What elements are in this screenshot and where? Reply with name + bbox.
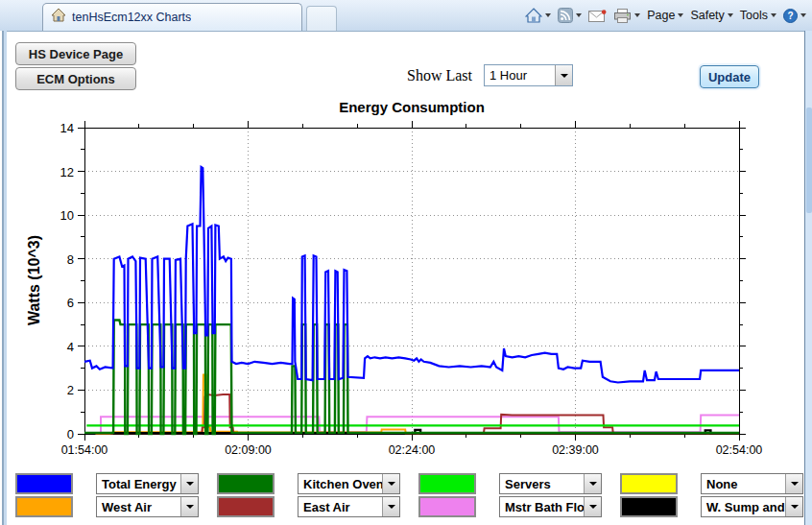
mail-icon	[588, 10, 607, 22]
browser-tab-bar: tenHsEcm12xx Charts	[0, 0, 812, 32]
chevron-down-icon	[388, 505, 395, 509]
dropdown-arrow-button[interactable]	[382, 497, 399, 516]
svg-text:02:54:00: 02:54:00	[716, 443, 763, 457]
legend-swatch-west-air	[15, 496, 73, 517]
home-button[interactable]	[525, 8, 551, 23]
legend-item-kitchen-oven: Kitchen Oven	[217, 473, 400, 494]
legend-item-total-energy: Total Energy	[15, 473, 199, 494]
dropdown-arrow-button[interactable]	[180, 497, 198, 516]
svg-text:2: 2	[67, 383, 74, 397]
rss-icon	[558, 8, 573, 23]
svg-text:02:09:00: 02:09:00	[225, 443, 272, 457]
update-button[interactable]: Update	[700, 65, 759, 88]
hs-device-page-button[interactable]: HS Device Page	[15, 42, 136, 65]
chevron-down-icon	[791, 482, 799, 486]
legend-swatch-east-air	[217, 496, 275, 517]
page-menu-caret	[678, 13, 683, 17]
legend-item-w-sump-dehum: W. Sump and Dehur	[620, 496, 803, 517]
svg-text:?: ?	[787, 11, 793, 21]
svg-text:12: 12	[60, 165, 74, 179]
chevron-down-icon	[388, 482, 395, 486]
legend-item-servers: Servers	[418, 473, 602, 494]
chevron-down-icon	[186, 482, 194, 486]
legend-select-kitchen-oven[interactable]: Kitchen Oven	[298, 473, 400, 494]
legend-swatch-mstr-bath-floor	[418, 496, 476, 517]
svg-text:4: 4	[67, 340, 74, 354]
chevron-down-icon	[561, 74, 568, 78]
safety-menu[interactable]: Safety	[690, 9, 732, 22]
show-last-label: Show Last	[407, 67, 472, 84]
chevron-down-icon	[186, 505, 194, 509]
legend-swatch-total-energy	[15, 473, 73, 494]
feeds-button[interactable]	[558, 8, 582, 23]
safety-menu-caret	[728, 13, 733, 17]
svg-text:02:39:00: 02:39:00	[552, 443, 599, 457]
command-bar: Page Safety Tools ?	[525, 0, 806, 31]
print-dropdown-caret[interactable]	[634, 13, 640, 17]
help-dropdown-caret[interactable]	[800, 13, 806, 17]
legend-select-east-air[interactable]: East Air	[298, 496, 400, 517]
legend-value: Kitchen Oven	[299, 477, 382, 491]
safety-menu-label: Safety	[690, 9, 724, 22]
new-tab-button[interactable]	[306, 6, 337, 31]
help-button[interactable]: ?	[783, 9, 806, 23]
dropdown-arrow-button[interactable]	[785, 497, 802, 516]
legend-value: W. Sump and Dehur	[702, 500, 785, 514]
tools-menu-caret	[771, 13, 776, 17]
ecm-options-button[interactable]: ECM Options	[15, 67, 136, 90]
dropdown-arrow-button[interactable]	[584, 474, 601, 493]
legend-select-servers[interactable]: Servers	[499, 473, 602, 494]
svg-text:0: 0	[67, 427, 74, 441]
printer-icon	[613, 9, 632, 23]
print-button[interactable]	[613, 9, 640, 23]
svg-text:02:24:00: 02:24:00	[389, 443, 436, 457]
legend-value: Total Energy	[97, 477, 180, 491]
legend-swatch-kitchen-oven	[217, 473, 275, 494]
dropdown-arrow-button[interactable]	[382, 474, 399, 493]
legend-item-east-air: East Air	[217, 496, 400, 517]
show-last-select[interactable]: 1 Hour	[484, 64, 573, 86]
legend-value: East Air	[299, 500, 382, 514]
favicon-house-icon	[51, 8, 66, 27]
dropdown-arrow-button[interactable]	[785, 474, 802, 493]
dropdown-arrow-button[interactable]	[584, 497, 601, 516]
dropdown-arrow-button[interactable]	[180, 474, 198, 493]
svg-text:10: 10	[60, 208, 74, 223]
legend-swatch-none	[620, 473, 678, 494]
tab-title: tenHsEcm12xx Charts	[72, 11, 191, 24]
page-menu[interactable]: Page	[647, 9, 683, 22]
feeds-dropdown-caret[interactable]	[576, 13, 582, 17]
svg-text:6: 6	[67, 296, 74, 310]
home-icon	[525, 8, 542, 23]
tools-menu[interactable]: Tools	[740, 9, 776, 22]
tools-menu-label: Tools	[740, 9, 768, 22]
svg-text:8: 8	[67, 252, 74, 267]
chevron-down-icon	[589, 505, 597, 509]
svg-text:14: 14	[60, 121, 74, 135]
chevron-down-icon	[589, 482, 597, 486]
legend-value: Mstr Bath Floor	[500, 500, 584, 514]
legend-value: None	[702, 477, 785, 491]
home-dropdown-caret[interactable]	[545, 13, 551, 17]
legend-item-west-air: West Air	[15, 496, 199, 517]
legend-value: West Air	[97, 500, 180, 514]
page-menu-label: Page	[647, 9, 675, 22]
legend-swatch-w-sump-dehum	[620, 496, 678, 517]
legend-select-w-sump-dehum[interactable]: W. Sump and Dehur	[701, 496, 803, 517]
read-mail-button[interactable]	[588, 10, 607, 22]
show-last-value: 1 Hour	[485, 68, 555, 83]
legend-item-mstr-bath-floor: Mstr Bath Floor	[418, 496, 602, 517]
help-icon: ?	[783, 9, 798, 23]
legend-select-west-air[interactable]: West Air	[96, 496, 199, 517]
legend-swatch-servers	[418, 473, 476, 494]
energy-consumption-chart: 0246810121401:54:0002:09:0002:24:0002:39…	[0, 96, 812, 472]
legend-value: Servers	[500, 477, 584, 491]
legend-select-none[interactable]: None	[701, 473, 803, 494]
chevron-down-icon	[791, 505, 799, 509]
legend-select-mstr-bath-floor[interactable]: Mstr Bath Floor	[499, 496, 602, 517]
browser-window: tenHsEcm12xx Charts	[0, 0, 812, 525]
browser-tab[interactable]: tenHsEcm12xx Charts	[42, 3, 302, 31]
legend-select-total-energy[interactable]: Total Energy	[96, 473, 199, 494]
svg-text:01:54:00: 01:54:00	[61, 443, 108, 457]
show-last-dropdown-button[interactable]	[555, 65, 572, 85]
